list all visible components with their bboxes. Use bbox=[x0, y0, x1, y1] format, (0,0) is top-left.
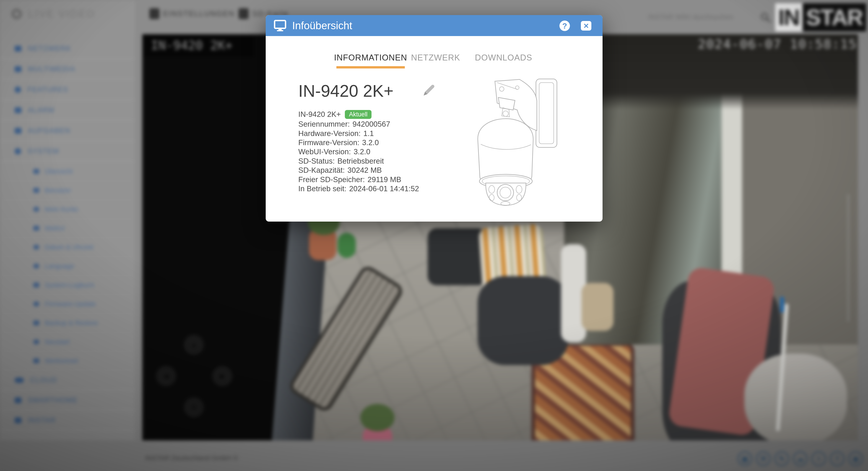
tools-icon[interactable]: ⚒ bbox=[756, 451, 771, 466]
ptz-down-button[interactable]: ▼ bbox=[184, 397, 204, 417]
sidebar-subitem-werksreset[interactable]: Werksreset bbox=[0, 351, 135, 371]
sd-image-icon bbox=[239, 8, 249, 19]
sidebar-subitem-neustart[interactable]: Neustart bbox=[0, 332, 135, 351]
help-icon[interactable]: ? bbox=[559, 21, 570, 31]
webui-icon bbox=[33, 226, 39, 231]
detail-row-seriennummer: Seriennummer:942000567 bbox=[298, 120, 419, 129]
ptz-left-button[interactable]: ◀ bbox=[156, 366, 176, 386]
detail-row-freier-sd: Freier SD-Speicher:29119 MB bbox=[298, 175, 419, 184]
facebook-icon[interactable]: f bbox=[830, 451, 844, 466]
tab-downloads[interactable]: DOWNLOADS bbox=[475, 53, 532, 62]
model-row: IN-9420 2K+ Aktuell bbox=[298, 109, 419, 120]
sidebar-item-smarthome[interactable]: SMARTHOME bbox=[0, 390, 135, 411]
cloud-icon bbox=[14, 377, 24, 383]
sidebar-subitem-uebersicht[interactable]: Übersicht bbox=[0, 162, 135, 181]
clock-icon bbox=[33, 245, 39, 249]
sidebar-subitem-benutzer[interactable]: Benutzer bbox=[0, 181, 135, 200]
globe-icon bbox=[33, 264, 39, 269]
instagram-icon[interactable]: ◉ bbox=[848, 451, 863, 466]
modal-title: Infoübersicht bbox=[292, 20, 352, 32]
firmware-refresh-icon bbox=[33, 301, 39, 306]
blog-icon[interactable]: ✎ bbox=[775, 451, 789, 466]
active-tab-underline bbox=[336, 66, 405, 68]
instar-webui-page: LIVE VIDEO NETZWERK MULTIMEDIA FEATURES … bbox=[0, 0, 868, 471]
ptz-right-button[interactable]: ▶ bbox=[212, 366, 232, 386]
sidebar-subitem-firmware-update[interactable]: Firmware-Update bbox=[0, 295, 135, 314]
arrow-left-icon: ◀ bbox=[164, 373, 168, 380]
monitor-icon bbox=[274, 20, 286, 31]
tasks-icon bbox=[14, 128, 22, 134]
close-icon[interactable]: ✕ bbox=[581, 21, 591, 31]
cloud-link-icon[interactable]: ☁ bbox=[793, 451, 808, 466]
sidebar-item-system[interactable]: SYSTEM bbox=[0, 142, 135, 161]
alarm-bell-icon bbox=[14, 107, 22, 113]
status-badge: Aktuell bbox=[345, 110, 372, 119]
arrow-up-icon: ▲ bbox=[191, 342, 197, 349]
multimedia-icon bbox=[14, 66, 22, 72]
camera-details: IN-9420 2K+ Aktuell Seriennummer:9420005… bbox=[298, 109, 419, 193]
detail-row-firmware: Firmware-Version:3.2.0 bbox=[298, 138, 419, 147]
instar-icon bbox=[14, 417, 22, 423]
footer-social-links: ▣ ⚒ ✎ ☁ t f ◉ bbox=[738, 451, 863, 466]
menu-einstellungen[interactable]: EINSTELLUNGEN bbox=[149, 8, 235, 19]
sidebar-item-cloud[interactable]: CLOUD bbox=[0, 371, 135, 390]
sidebar-subitem-datum-uhrzeit[interactable]: Datum & Uhrzeit bbox=[0, 238, 135, 257]
restart-power-icon bbox=[33, 339, 39, 344]
sidebar-item-aufgaben[interactable]: AUFGABEN bbox=[0, 121, 135, 141]
instar-logo: IN STAR bbox=[775, 3, 866, 31]
factory-reset-wrench-icon bbox=[33, 358, 39, 363]
ptz-up-button[interactable]: ▲ bbox=[184, 335, 204, 355]
live-video-title: LIVE VIDEO bbox=[28, 8, 96, 20]
webshop-icon[interactable]: ▣ bbox=[738, 451, 752, 466]
twitter-icon[interactable]: t bbox=[811, 451, 826, 466]
tab-netzwerk[interactable]: NETZWERK bbox=[411, 53, 460, 62]
network-icon bbox=[14, 46, 22, 52]
detail-row-sd-kapazitaet: SD-Kapazität:30242 MB bbox=[298, 166, 419, 175]
sidebar-item-multimedia[interactable]: MULTIMEDIA bbox=[0, 59, 135, 80]
system-gear-icon bbox=[14, 148, 21, 154]
sidebar-subitem-mein-konto[interactable]: Mein Konto bbox=[0, 200, 135, 219]
model-name: IN-9420 2K+ bbox=[298, 110, 341, 119]
sidebar-item-instar[interactable]: INSTAR bbox=[0, 411, 135, 431]
search-icon[interactable] bbox=[760, 12, 771, 23]
overview-monitor-icon bbox=[33, 169, 39, 174]
account-icon bbox=[33, 207, 39, 212]
sidebar-item-netzwerk[interactable]: NETZWERK bbox=[0, 39, 135, 59]
logbook-icon bbox=[33, 283, 39, 288]
edit-pencil-icon[interactable] bbox=[422, 84, 436, 97]
footer-copyright: INSTAR Deutschland GmbH © bbox=[145, 454, 238, 462]
sidebar-subitem-language[interactable]: Language bbox=[0, 257, 135, 276]
tab-informationen[interactable]: INFORMATIONEN bbox=[334, 53, 407, 62]
settings-camera-icon bbox=[149, 8, 159, 19]
detail-row-webui: WebUI-Version:3.2.0 bbox=[298, 147, 419, 156]
arrow-right-icon: ▶ bbox=[220, 373, 225, 380]
sidebar-subitem-system-logbuch[interactable]: System-Logbuch bbox=[0, 276, 135, 295]
sidebar-item-alarm[interactable]: ALARM bbox=[0, 100, 135, 120]
modal-header: Infoübersicht ? ✕ bbox=[266, 15, 602, 36]
wiki-search-input[interactable] bbox=[648, 8, 756, 27]
users-icon bbox=[33, 188, 39, 193]
camera-illustration bbox=[461, 76, 566, 208]
sidebar-subitem-webui[interactable]: WebUI bbox=[0, 219, 135, 238]
sidebar-item-features[interactable]: FEATURES bbox=[0, 80, 135, 100]
features-icon bbox=[14, 87, 21, 93]
camera-model-heading: IN-9420 2K+ bbox=[298, 81, 394, 100]
detail-row-hardware: Hardware-Version:1.1 bbox=[298, 129, 419, 138]
detail-row-in-betrieb: In Betrieb seit:2024-06-01 14:41:52 bbox=[298, 184, 419, 193]
info-overview-modal: Infoübersicht ? ✕ INFORMATIONEN NETZWERK… bbox=[266, 15, 602, 222]
smarthome-icon bbox=[14, 397, 22, 403]
detail-row-sd-status: SD-Status:Betriebsbereit bbox=[298, 156, 419, 166]
record-ring-icon bbox=[11, 9, 22, 19]
backup-file-icon bbox=[33, 320, 39, 325]
sidebar-header-live-video: LIVE VIDEO bbox=[11, 8, 96, 20]
timestamp-overlay: 2024-06-07 10:58:15 bbox=[698, 36, 857, 51]
camera-name-overlay: IN-9420 2K+ bbox=[143, 34, 254, 57]
arrow-down-icon: ▼ bbox=[191, 404, 197, 411]
sidebar-subitem-backup-restore[interactable]: Backup & Restore bbox=[0, 314, 135, 332]
